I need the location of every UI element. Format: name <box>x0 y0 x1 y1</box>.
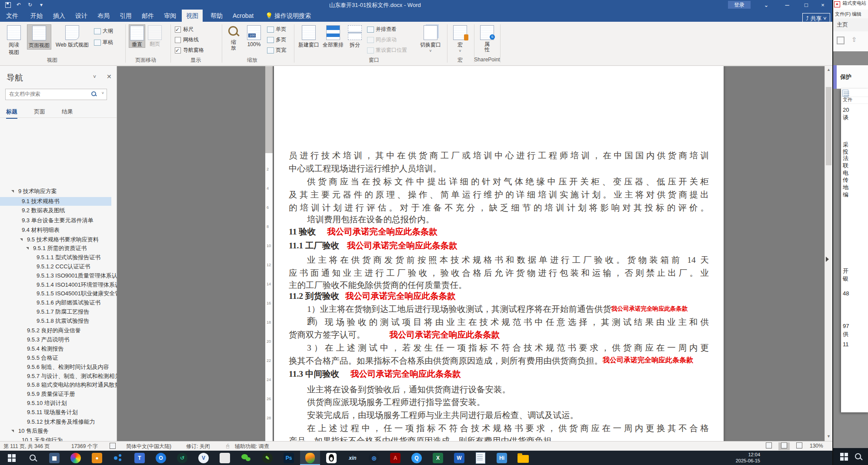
acrobat-icon[interactable]: A <box>385 451 405 465</box>
acrobat-home-tab[interactable]: 主页 <box>833 18 868 32</box>
zoom-100-button[interactable]: 100 100% <box>244 24 264 47</box>
web-layout-view-button[interactable] <box>794 442 805 450</box>
nav-tree-item[interactable]: 9.5.11 现场服务计划 <box>0 408 136 417</box>
o-app-icon[interactable]: O <box>151 451 171 465</box>
tab-review[interactable]: 审阅 <box>160 10 180 22</box>
tab-home[interactable]: 开始 <box>26 10 47 22</box>
signin-button[interactable]: 登录 <box>728 1 751 9</box>
tab-design[interactable]: 设计 <box>71 10 92 22</box>
nav-tree-item[interactable]: 9.5.9 质量保证手册 <box>0 390 136 398</box>
ruler-checkbox[interactable]: 标尺 <box>175 25 194 33</box>
properties-button[interactable]: S 属性 <box>477 24 497 53</box>
nav-tree-item[interactable]: 9.5.7 与设计、制造、测试和检测相关的技术... <box>0 372 136 381</box>
word-icon[interactable]: W <box>449 451 469 465</box>
qat-customize-icon[interactable]: ▾ <box>40 1 43 8</box>
nav-search-box[interactable]: ˅ <box>5 89 107 100</box>
t-app-icon[interactable]: T <box>130 451 150 465</box>
v-app-icon[interactable]: V <box>194 451 214 465</box>
m2-start-button[interactable] <box>840 453 848 461</box>
accessibility-indicator[interactable]: 辅助功能: 调查 <box>235 443 269 450</box>
expand-triangle-icon[interactable] <box>11 190 14 193</box>
language-indicator[interactable]: 简体中文(中国大陆) <box>126 443 171 450</box>
nav-tree-item[interactable]: 9.3 单台设备主要元器件清单 <box>0 216 130 225</box>
draft-view-button[interactable]: 草稿 <box>94 38 113 46</box>
new-window-button[interactable]: 新建窗口 <box>297 24 320 49</box>
page-width-button[interactable]: 页宽 <box>267 46 286 54</box>
acrobat-save-icon[interactable] <box>837 37 845 44</box>
undo-icon[interactable]: ↶ <box>17 1 21 8</box>
save-icon[interactable] <box>5 2 11 8</box>
tab-layout[interactable]: 布局 <box>93 10 114 22</box>
nav-close-icon[interactable]: ✕ <box>107 73 112 80</box>
word-count[interactable]: 17369 个字 <box>71 443 98 450</box>
scroll-up-icon[interactable]: ▲ <box>827 67 831 72</box>
nav-tree-item[interactable]: 9.5.8 箱式变电站的结构和对通风散热所采取... <box>0 381 136 389</box>
scroll-down-icon[interactable]: ▼ <box>827 434 831 438</box>
nav-tree-item[interactable]: 9.4 材料明细表 <box>0 226 130 234</box>
acrobat-menu-bar[interactable]: 文件(F) 编辑 <box>833 10 868 19</box>
scrollbar-thumb[interactable] <box>826 87 831 165</box>
switch-windows-button[interactable]: 切换窗口 ˅ <box>418 24 443 53</box>
tab-file[interactable]: 文件 <box>2 10 23 22</box>
screenshot-app-icon[interactable]: ● <box>87 451 107 465</box>
gridlines-checkbox[interactable]: 网格线 <box>175 36 199 43</box>
nav-tab-pages[interactable]: 页面 <box>34 108 45 116</box>
nav-tree-item[interactable]: 9.5.2 良好的商业信誉 <box>0 326 136 335</box>
one-page-button[interactable]: 单页 <box>267 25 286 33</box>
dots-app-icon[interactable] <box>108 451 128 465</box>
vertical-scrollbar[interactable]: ▲ ▼ <box>825 66 833 441</box>
nav-tree-item[interactable]: 9.5.5 合格证 <box>0 354 136 362</box>
m2-search-button[interactable] <box>854 452 863 461</box>
search-button[interactable] <box>23 451 43 465</box>
excel-icon[interactable]: X <box>428 451 448 465</box>
redo-icon[interactable]: ↻ <box>28 1 32 8</box>
expand-triangle-icon[interactable] <box>20 238 23 241</box>
nav-tree-item[interactable]: 9.5.3 产品说明书 <box>0 335 136 344</box>
print-layout-button[interactable]: 页面视图 <box>27 24 51 50</box>
media-app-icon[interactable] <box>66 451 86 465</box>
tell-me-search[interactable]: 💡 操作说明搜索 <box>261 10 315 22</box>
photoshop-icon[interactable]: Ps <box>279 451 299 465</box>
tab-view[interactable]: 视图 <box>182 10 203 22</box>
nav-tree-item[interactable]: 10 售后服务 <box>0 427 127 435</box>
acrobat-upload-icon[interactable]: ⇧ <box>851 36 857 43</box>
tab-mailings[interactable]: 邮件 <box>137 10 158 22</box>
zoom-button[interactable]: 缩放 <box>225 24 242 51</box>
notepad-menu-bar[interactable]: 文件 <box>841 97 868 104</box>
draw-app-icon[interactable]: ✎ <box>257 451 277 465</box>
device-app-icon[interactable] <box>215 451 235 465</box>
sync-app-icon[interactable]: ↺ <box>172 451 192 465</box>
nav-tree-item[interactable]: 9.5.4 检测报告 <box>0 345 136 353</box>
document-page[interactable]: 员进行技术培训，其中在供货商工厂或培训中心进行工程师培训，在中国国内供货商培训中… <box>274 66 724 441</box>
navpane-checkbox[interactable]: 导航窗格 <box>175 46 204 54</box>
start-button[interactable] <box>2 451 22 465</box>
notepad-window[interactable]: 文件 20谈采投法联电传地编开银4897供11 <box>841 89 868 412</box>
print-layout-view-button[interactable] <box>778 442 790 450</box>
search-dropdown-icon[interactable]: ˅ <box>102 91 104 95</box>
nav-tree-item[interactable]: 9.2 数据表及图纸 <box>0 206 130 215</box>
web-layout-button[interactable]: Web 版式视图 <box>53 24 91 49</box>
nav-tree-item[interactable]: 9 技术响应方案 <box>0 187 127 196</box>
track-changes-indicator[interactable]: 修订: 关闭 <box>186 443 210 450</box>
macros-button[interactable]: 宏 ˅ <box>451 24 470 53</box>
read-mode-button[interactable]: 阅读视图 <box>3 24 25 56</box>
pane-expand-icon[interactable] <box>826 257 829 262</box>
wechat-icon[interactable] <box>236 451 256 465</box>
acrobat-protect-tool[interactable]: 保护 <box>833 65 868 89</box>
vertical-ruler[interactable]: 246810121416182022242628 <box>265 66 273 441</box>
tencent-docs-icon[interactable] <box>300 451 320 465</box>
tab-acrobat[interactable]: Acrobat <box>228 10 258 22</box>
nav-tree-item[interactable]: 9.5.12 技术服务及维修能力 <box>0 418 136 426</box>
nav-tree-item[interactable]: 9.5 技术规格书要求响应资料 <box>0 235 136 244</box>
page-indicator[interactable]: 第 111 页, 共 346 页 <box>3 443 50 450</box>
calculator-icon[interactable]: ▦ <box>44 451 64 465</box>
nav-search-input[interactable] <box>8 90 88 97</box>
xin-app-icon[interactable]: xin <box>343 451 363 465</box>
read-mode-view-button[interactable] <box>763 442 775 450</box>
nav-tree-item[interactable]: 9.1 技术规格书 <box>0 197 111 206</box>
hi-app-icon[interactable]: Hi <box>492 451 512 465</box>
search-icon[interactable] <box>91 91 97 97</box>
expand-triangle-icon[interactable] <box>11 430 14 432</box>
tab-insert[interactable]: 插入 <box>49 10 70 22</box>
vertical-scroll-button[interactable]: 垂直 <box>129 24 145 48</box>
